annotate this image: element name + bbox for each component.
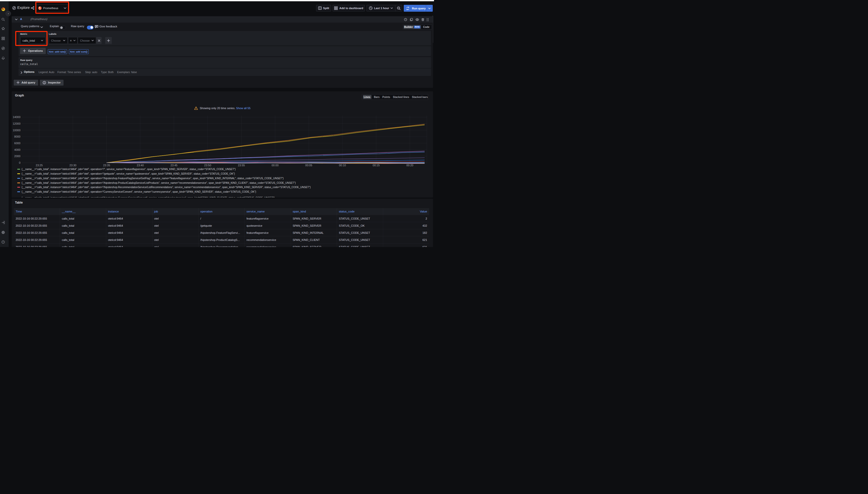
svg-text:0: 0 xyxy=(19,161,20,164)
svg-text:?: ? xyxy=(405,19,406,20)
svg-text:23:45: 23:45 xyxy=(170,164,178,167)
svg-text:23:50: 23:50 xyxy=(204,164,212,167)
svg-text:2000: 2000 xyxy=(14,155,20,158)
svg-text:00:10: 00:10 xyxy=(339,164,346,167)
svg-text:?: ? xyxy=(2,241,3,243)
svg-text:00:15: 00:15 xyxy=(373,164,380,167)
svg-text:23:35: 23:35 xyxy=(103,164,110,167)
svg-text:23:55: 23:55 xyxy=(238,164,245,167)
svg-text:00:00: 00:00 xyxy=(272,164,279,167)
svg-text:8000: 8000 xyxy=(14,135,20,138)
svg-text:00:05: 00:05 xyxy=(305,164,312,167)
svg-text:00:20: 00:20 xyxy=(406,164,413,167)
svg-text:10000: 10000 xyxy=(13,129,21,132)
svg-text:23:25: 23:25 xyxy=(36,164,43,167)
svg-text:6000: 6000 xyxy=(14,141,20,145)
svg-text:4000: 4000 xyxy=(14,148,20,151)
svg-text:23:40: 23:40 xyxy=(137,164,144,167)
svg-text:12000: 12000 xyxy=(13,122,21,125)
svg-text:23:30: 23:30 xyxy=(69,164,76,167)
svg-text:14000: 14000 xyxy=(13,115,21,118)
